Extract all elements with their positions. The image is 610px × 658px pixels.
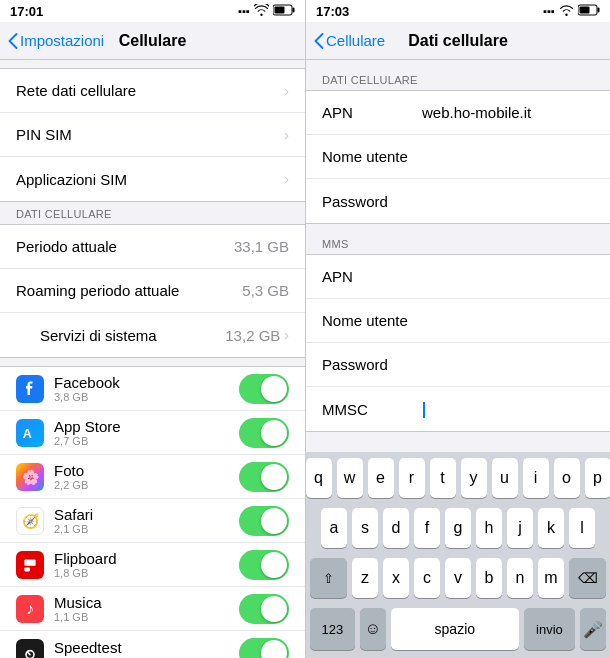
toggle-flipboard[interactable] bbox=[239, 550, 289, 580]
nav-back-left[interactable]: Impostazioni bbox=[8, 32, 104, 49]
form-pass2[interactable]: Password bbox=[306, 343, 610, 387]
key-g[interactable]: g bbox=[445, 508, 471, 548]
toggle-appstore[interactable] bbox=[239, 418, 289, 448]
key-a[interactable]: a bbox=[321, 508, 347, 548]
key-t[interactable]: t bbox=[430, 458, 456, 498]
key-n[interactable]: n bbox=[507, 558, 533, 598]
time-right: 17:03 bbox=[316, 4, 349, 19]
form-apn1[interactable]: APN web.ho-mobile.it bbox=[306, 91, 610, 135]
musica-icon: ♪ bbox=[16, 595, 44, 623]
toggle-facebook[interactable] bbox=[239, 374, 289, 404]
signal-icon: ▪▪▪ bbox=[238, 5, 250, 17]
key-c[interactable]: c bbox=[414, 558, 440, 598]
signal-icon-r: ▪▪▪ bbox=[543, 5, 555, 17]
key-k[interactable]: k bbox=[538, 508, 564, 548]
chevron-icon: › bbox=[284, 127, 289, 143]
key-m[interactable]: m bbox=[538, 558, 564, 598]
key-u[interactable]: u bbox=[492, 458, 518, 498]
form-nome2[interactable]: Nome utente bbox=[306, 299, 610, 343]
form-nome1[interactable]: Nome utente bbox=[306, 135, 610, 179]
keyboard-row4: 123 ☺ spazio invio 🎤 bbox=[310, 608, 606, 650]
chevron-icon: › bbox=[284, 327, 289, 343]
right-scroll[interactable]: DATI CELLULARE APN web.ho-mobile.it Nome… bbox=[306, 60, 610, 432]
data-list: Periodo attuale 33,1 GB Roaming periodo … bbox=[0, 224, 305, 358]
mms-form: APN Nome utente Password MMSC bbox=[306, 254, 610, 432]
chevron-icon: › bbox=[284, 83, 289, 99]
key-q[interactable]: q bbox=[306, 458, 332, 498]
status-icons-left: ▪▪▪ bbox=[238, 4, 295, 18]
key-emoji[interactable]: ☺ bbox=[360, 608, 386, 650]
keyboard-row2: a s d f g h j k l bbox=[310, 508, 606, 548]
page-title-left: Cellulare bbox=[119, 32, 187, 50]
chevron-icon: › bbox=[284, 171, 289, 187]
wifi-icon bbox=[254, 4, 269, 18]
app-item-appstore[interactable]: A App Store 2,7 GB bbox=[0, 411, 305, 455]
key-y[interactable]: y bbox=[461, 458, 487, 498]
svg-rect-1 bbox=[293, 8, 295, 13]
svg-rect-4 bbox=[24, 559, 35, 565]
speedtest-icon bbox=[16, 639, 44, 658]
key-b[interactable]: b bbox=[476, 558, 502, 598]
toggle-musica[interactable] bbox=[239, 594, 289, 624]
key-i[interactable]: i bbox=[523, 458, 549, 498]
nav-back-right[interactable]: Cellulare bbox=[314, 32, 385, 49]
svg-text:A: A bbox=[23, 426, 32, 440]
app-item-safari[interactable]: 🧭 Safari 2,1 GB bbox=[0, 499, 305, 543]
key-delete[interactable]: ⌫ bbox=[569, 558, 606, 598]
key-mic[interactable]: 🎤 bbox=[580, 608, 606, 650]
keyboard-row1: q w e r t y u i o p bbox=[310, 458, 606, 498]
key-f[interactable]: f bbox=[414, 508, 440, 548]
svg-rect-2 bbox=[275, 7, 285, 14]
key-s[interactable]: s bbox=[352, 508, 378, 548]
settings-item-periodo[interactable]: Periodo attuale 33,1 GB bbox=[0, 225, 305, 269]
app-item-flipboard[interactable]: Flipboard 1,8 GB bbox=[0, 543, 305, 587]
key-w[interactable]: w bbox=[337, 458, 363, 498]
section-header-mms: MMS bbox=[306, 232, 610, 254]
key-l[interactable]: l bbox=[569, 508, 595, 548]
settings-item-pin[interactable]: PIN SIM › bbox=[0, 113, 305, 157]
section-header-dati-r: DATI CELLULARE bbox=[306, 68, 610, 90]
keyboard: q w e r t y u i o p a s d f g h j k l ⇧ … bbox=[306, 452, 610, 658]
key-123[interactable]: 123 bbox=[310, 608, 355, 650]
flipboard-icon bbox=[16, 551, 44, 579]
key-e[interactable]: e bbox=[368, 458, 394, 498]
key-x[interactable]: x bbox=[383, 558, 409, 598]
key-d[interactable]: d bbox=[383, 508, 409, 548]
form-mmsc[interactable]: MMSC bbox=[306, 387, 610, 431]
form-apn2[interactable]: APN bbox=[306, 255, 610, 299]
key-j[interactable]: j bbox=[507, 508, 533, 548]
battery-icon bbox=[273, 4, 295, 18]
settings-item-sistema[interactable]: Servizi di sistema 13,2 GB › bbox=[0, 313, 305, 357]
text-cursor bbox=[423, 402, 425, 418]
key-p[interactable]: p bbox=[585, 458, 611, 498]
app-item-musica[interactable]: ♪ Musica 1,1 GB bbox=[0, 587, 305, 631]
key-return[interactable]: invio bbox=[524, 608, 575, 650]
dati-form: APN web.ho-mobile.it Nome utente Passwor… bbox=[306, 90, 610, 224]
key-v[interactable]: v bbox=[445, 558, 471, 598]
keyboard-row3: ⇧ z x c v b n m ⌫ bbox=[310, 558, 606, 598]
key-z[interactable]: z bbox=[352, 558, 378, 598]
toggle-speedtest[interactable] bbox=[239, 638, 289, 658]
key-r[interactable]: r bbox=[399, 458, 425, 498]
key-space[interactable]: spazio bbox=[391, 608, 519, 650]
settings-item-roaming[interactable]: Roaming periodo attuale 5,3 GB bbox=[0, 269, 305, 313]
app-item-speedtest[interactable]: Speedtest 1,1 GB bbox=[0, 631, 305, 658]
form-pass1[interactable]: Password bbox=[306, 179, 610, 223]
status-bar-left: 17:01 ▪▪▪ bbox=[0, 0, 305, 22]
section-header-dati: DATI CELLULARE bbox=[0, 202, 305, 224]
wifi-icon-r bbox=[559, 4, 574, 18]
key-shift[interactable]: ⇧ bbox=[310, 558, 347, 598]
svg-rect-5 bbox=[24, 567, 30, 571]
app-item-facebook[interactable]: Facebook 3,8 GB bbox=[0, 367, 305, 411]
toggle-safari[interactable] bbox=[239, 506, 289, 536]
settings-item-appsim[interactable]: Applicazioni SIM › bbox=[0, 157, 305, 201]
nav-bar-right: Cellulare Dati cellulare bbox=[306, 22, 610, 60]
top-list: Rete dati cellulare › PIN SIM › Applicaz… bbox=[0, 68, 305, 202]
key-o[interactable]: o bbox=[554, 458, 580, 498]
app-item-foto[interactable]: 🌸 Foto 2,2 GB bbox=[0, 455, 305, 499]
toggle-foto[interactable] bbox=[239, 462, 289, 492]
settings-item-rete[interactable]: Rete dati cellulare › bbox=[0, 69, 305, 113]
page-title-right: Dati cellulare bbox=[408, 32, 508, 50]
key-h[interactable]: h bbox=[476, 508, 502, 548]
left-scroll[interactable]: Rete dati cellulare › PIN SIM › Applicaz… bbox=[0, 60, 305, 658]
